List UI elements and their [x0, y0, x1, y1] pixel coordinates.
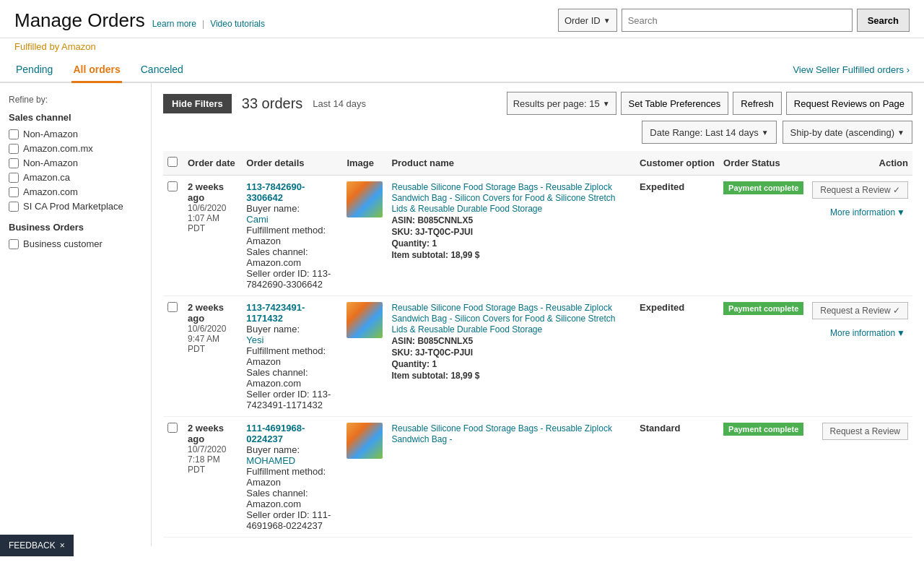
row-2-action: Request a Review ✓ More information ▼ [808, 296, 912, 417]
row-2-buyer-link[interactable]: Yesi [246, 335, 263, 345]
row-1-buyer-link[interactable]: Cami [246, 214, 268, 225]
sales-channel-title: Sales channel [9, 112, 142, 123]
row-3-buyer-link[interactable]: MOHAMED [246, 455, 295, 466]
search-type-dropdown[interactable]: Order ID ▼ [558, 9, 617, 32]
row-1-image [342, 176, 387, 296]
tab-canceled[interactable]: Canceled [139, 58, 185, 83]
row-2-more-info-button[interactable]: More information ▼ [827, 327, 908, 340]
set-table-preferences-button[interactable]: Set Table Preferences [621, 92, 729, 115]
ship-by-date-dropdown[interactable]: Ship-by date (ascending) ▼ [783, 121, 912, 144]
request-reviews-on-page-button[interactable]: Request Reviews on Page [786, 92, 912, 115]
page-title: Manage Orders [14, 9, 145, 32]
chevron-down-icon: ▼ [603, 17, 611, 25]
product-image-3 [346, 423, 383, 459]
row-3-request-review-button[interactable]: Request a Review [822, 423, 908, 440]
filter-amazon-mx: Amazon.com.mx [9, 143, 142, 154]
filter-non-amazon-2: Non-Amazon [9, 158, 142, 168]
filter-business-customer: Business customer [9, 238, 142, 249]
row-1-action: Request a Review ✓ More information ▼ [808, 176, 912, 296]
orders-count: 33 orders [242, 95, 303, 112]
row-3-action: Request a Review [808, 417, 912, 538]
refine-label: Refine by: [9, 95, 142, 105]
chevron-down-icon: ▼ [897, 328, 905, 338]
row-3-status-badge: Payment complete [723, 423, 803, 436]
header-left: Manage Orders Learn more | Video tutoria… [14, 9, 265, 32]
filter-amazon-ca-checkbox[interactable] [9, 173, 19, 183]
filter-non-amazon-2-checkbox[interactable] [9, 158, 19, 168]
refresh-button[interactable]: Refresh [733, 92, 782, 115]
col-product-name: Product name [387, 151, 635, 176]
orders-table: Order date Order details Image Product n… [163, 151, 912, 538]
top-header: Manage Orders Learn more | Video tutoria… [0, 0, 924, 38]
hide-filters-button[interactable]: Hide Filters [163, 94, 232, 113]
tab-pending[interactable]: Pending [14, 58, 54, 83]
orders-area: Hide Filters 33 orders Last 14 days Resu… [152, 83, 924, 546]
search-input[interactable] [622, 9, 853, 32]
row-3-order-id-link[interactable]: 111-4691968-0224237 [246, 423, 305, 444]
orders-period: Last 14 days [313, 98, 366, 109]
search-button[interactable]: Search [857, 9, 910, 32]
filter-si-ca-prod: SI CA Prod Marketplace [9, 201, 142, 212]
chevron-down-icon: ▼ [603, 100, 610, 108]
tabs-container: Pending All orders Canceled [14, 58, 185, 82]
fulfilled-by-label: Fulfilled by Amazon [14, 41, 96, 52]
row-3-details: 111-4691968-0224237 Buyer name: MOHAMED … [242, 417, 342, 538]
chevron-down-icon: ▼ [897, 129, 905, 137]
row-3-checkbox[interactable] [167, 423, 178, 433]
tabs-bar: Pending All orders Canceled View Seller … [0, 52, 924, 83]
filter-si-ca-prod-checkbox[interactable] [9, 202, 19, 212]
learn-more-link[interactable]: Learn more [152, 19, 196, 29]
product-image-2 [346, 302, 383, 338]
filter-amazon-com: Amazon.com [9, 186, 142, 197]
chevron-down-icon: ▼ [762, 129, 769, 137]
view-seller-fulfilled-link[interactable]: View Seller Fulfilled orders › [793, 64, 910, 75]
row-2-date: 2 weeks ago 10/6/2020 9:47 AM PDT [183, 296, 242, 417]
col-action: Action [808, 151, 912, 176]
col-order-status: Order Status [719, 151, 808, 176]
row-1-request-review-button[interactable]: Request a Review ✓ [812, 181, 908, 199]
row-2-status: Payment complete [719, 296, 808, 417]
row-3-product: Reusable Silicone Food Storage Bags - Re… [387, 417, 635, 538]
row-3-date: 2 weeks ago 10/7/2020 7:18 PM PDT [183, 417, 242, 538]
row-3-image [342, 417, 387, 538]
filter-amazon-com-checkbox[interactable] [9, 187, 19, 197]
row-1-customer-option: Expedited [635, 176, 719, 296]
filter-amazon-ca: Amazon.ca [9, 172, 142, 183]
table-row: 2 weeks ago 10/6/2020 1:07 AM PDT 113-78… [163, 176, 912, 296]
row-1-product: Reusable Silicone Food Storage Bags - Re… [387, 176, 635, 296]
feedback-button[interactable]: FEEDBACK × [0, 535, 74, 546]
row-3-product-link[interactable]: Reusable Silicone Food Storage Bags - Re… [391, 423, 612, 444]
main-content: Refine by: Sales channel Non-Amazon Amaz… [0, 83, 924, 546]
filter-row-2: Date Range: Last 14 days ▼ Ship-by date … [163, 121, 912, 144]
toolbar-right: Results per page: 15 ▼ Set Table Prefere… [507, 92, 912, 115]
filter-non-amazon-1-checkbox[interactable] [9, 129, 19, 139]
filter-amazon-mx-checkbox[interactable] [9, 144, 19, 154]
business-orders-title: Business Orders [9, 222, 142, 233]
row-2-checkbox[interactable] [167, 302, 178, 312]
row-1-more-info-button[interactable]: More information ▼ [827, 206, 908, 219]
row-2-status-badge: Payment complete [723, 302, 803, 315]
filter-business-customer-checkbox[interactable] [9, 239, 19, 249]
header-links: Learn more | Video tutorials [152, 19, 265, 29]
row-2-product-link[interactable]: Reusable Silicone Food Storage Bags - Re… [391, 303, 615, 335]
select-all-checkbox[interactable] [167, 157, 178, 167]
close-icon[interactable]: × [60, 540, 65, 546]
row-1-action-cell: Request a Review ✓ More information ▼ [812, 181, 908, 219]
row-1-product-link[interactable]: Reusable Silicone Food Storage Bags - Re… [391, 182, 615, 214]
video-tutorials-link[interactable]: Video tutorials [210, 19, 265, 29]
row-1-date: 2 weeks ago 10/6/2020 1:07 AM PDT [183, 176, 242, 296]
row-1-status-badge: Payment complete [723, 181, 803, 194]
row-3-status: Payment complete [719, 417, 808, 538]
row-2-product: Reusable Silicone Food Storage Bags - Re… [387, 296, 635, 417]
row-2-image [342, 296, 387, 417]
row-2-request-review-button[interactable]: Request a Review ✓ [812, 302, 908, 319]
date-range-dropdown[interactable]: Date Range: Last 14 days ▼ [642, 121, 776, 144]
row-1-checkbox[interactable] [167, 181, 178, 191]
tab-all-orders[interactable]: All orders [71, 58, 121, 83]
results-per-page-dropdown[interactable]: Results per page: 15 ▼ [507, 92, 616, 115]
sales-channel-filter-group: Sales channel Non-Amazon Amazon.com.mx N… [9, 112, 142, 212]
row-2-customer-option: Expedited [635, 296, 719, 417]
row-2-order-id-link[interactable]: 113-7423491-1171432 [246, 302, 305, 324]
table-row: 2 weeks ago 10/6/2020 9:47 AM PDT 113-74… [163, 296, 912, 417]
row-1-order-id-link[interactable]: 113-7842690-3306642 [246, 181, 305, 203]
